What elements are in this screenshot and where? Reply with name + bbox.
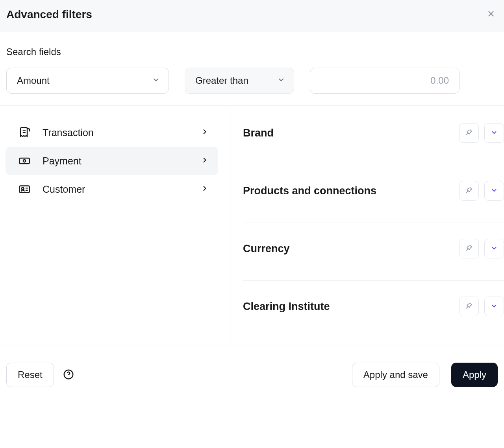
filter-title: Brand	[243, 127, 274, 139]
banknote-icon	[17, 154, 32, 168]
apply-button[interactable]: Apply	[451, 363, 498, 387]
svg-rect-0	[19, 158, 30, 164]
main-area: Transaction Payment Customer	[0, 106, 504, 345]
pin-icon	[465, 302, 473, 312]
category-label: Transaction	[43, 127, 201, 138]
pin-icon	[465, 186, 473, 196]
filter-row-brand: Brand	[243, 106, 504, 165]
svg-point-1	[23, 160, 26, 162]
search-fields-section: Search fields Amount Greater than	[0, 31, 504, 105]
operator-select-value: Greater than	[195, 75, 248, 86]
dialog-footer: Reset Apply and save Apply	[0, 345, 504, 402]
filter-title: Clearing Institute	[243, 301, 330, 313]
pin-button[interactable]	[459, 181, 479, 201]
pin-button[interactable]	[459, 297, 479, 316]
filter-row-currency: Currency	[243, 223, 504, 281]
filter-actions	[459, 297, 504, 316]
category-item-transaction[interactable]: Transaction	[6, 118, 218, 147]
filter-row-clearing: Clearing Institute	[243, 281, 504, 338]
expand-button[interactable]	[484, 297, 504, 316]
filter-row-products: Products and connections	[243, 165, 504, 223]
help-icon	[63, 369, 74, 382]
close-button[interactable]	[484, 7, 498, 22]
chevron-down-icon	[491, 187, 498, 195]
filter-list: Brand Products and connections	[230, 106, 504, 345]
apply-and-save-button[interactable]: Apply and save	[352, 363, 439, 387]
receipt-icon	[17, 125, 32, 140]
filter-title: Currency	[243, 243, 290, 255]
field-select-value: Amount	[17, 75, 50, 86]
category-item-payment[interactable]: Payment	[6, 147, 218, 175]
filter-actions	[459, 123, 504, 143]
search-fields-row: Amount Greater than	[6, 68, 498, 94]
chevron-right-icon	[201, 184, 209, 194]
chevron-down-icon	[277, 75, 285, 86]
expand-button[interactable]	[484, 181, 504, 201]
chevron-right-icon	[201, 128, 209, 137]
pin-button[interactable]	[459, 239, 479, 258]
operator-select[interactable]: Greater than	[185, 68, 294, 94]
category-item-customer[interactable]: Customer	[6, 175, 218, 203]
pin-button[interactable]	[459, 123, 479, 143]
footer-right: Apply and save Apply	[352, 363, 498, 387]
filter-actions	[459, 239, 504, 258]
id-card-icon	[17, 182, 32, 196]
filter-actions	[459, 181, 504, 201]
expand-button[interactable]	[484, 123, 504, 143]
category-label: Payment	[43, 155, 201, 167]
dialog-header: Advanced filters	[0, 0, 504, 31]
filter-title: Products and connections	[243, 185, 376, 197]
reset-button[interactable]: Reset	[6, 363, 54, 387]
category-label: Customer	[43, 184, 201, 195]
svg-rect-2	[19, 186, 30, 193]
help-button[interactable]	[63, 369, 74, 382]
field-select[interactable]: Amount	[6, 68, 169, 94]
pin-icon	[465, 244, 473, 254]
chevron-down-icon	[152, 75, 160, 86]
category-list: Transaction Payment Customer	[0, 106, 230, 345]
value-input[interactable]	[310, 68, 460, 94]
chevron-down-icon	[491, 302, 498, 311]
svg-point-3	[22, 188, 24, 190]
chevron-down-icon	[491, 245, 498, 253]
chevron-down-icon	[491, 129, 498, 137]
expand-button[interactable]	[484, 239, 504, 258]
close-icon	[487, 9, 495, 19]
dialog-title: Advanced filters	[6, 8, 92, 21]
footer-left: Reset	[6, 363, 74, 387]
chevron-right-icon	[201, 156, 209, 166]
search-fields-label: Search fields	[6, 46, 498, 57]
pin-icon	[465, 128, 473, 138]
